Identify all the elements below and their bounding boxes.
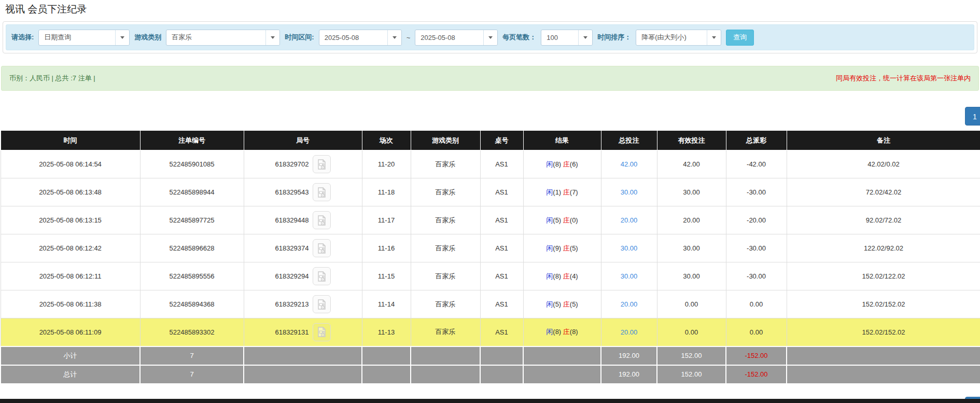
cell-table-no: AS1	[480, 262, 523, 290]
cell-round-no: 618329294	[275, 272, 309, 280]
cell-time: 2025-05-08 06:14:54	[1, 150, 140, 178]
cell-table-no: AS1	[480, 318, 523, 346]
cell-game: 百家乐	[411, 206, 480, 234]
total-bet-link[interactable]: 30.00	[621, 272, 638, 280]
bet-records-table: 时间 注单编号 局号 场次 游戏类别 桌号 结果 总投注 有效投注 总派彩 备注…	[0, 130, 980, 384]
result-player-value: (9)	[553, 244, 561, 252]
cell-payout: -20.00	[726, 206, 787, 234]
col-header-valid-bet: 有效投注	[657, 131, 726, 150]
result-banker-value: (4)	[570, 272, 578, 280]
page-size-select[interactable]: 100	[541, 30, 593, 46]
cell-time: 2025-05-08 06:13:48	[1, 178, 140, 206]
date-to-select[interactable]: 2025-05-08	[415, 30, 498, 46]
cell-session: 11-16	[362, 234, 411, 262]
video-file-icon	[316, 299, 327, 310]
result-banker-value: (8)	[570, 328, 578, 336]
result-player-label: 闲	[546, 272, 553, 280]
col-header-session: 场次	[362, 131, 411, 150]
video-file-icon	[316, 326, 327, 338]
result-player-label: 闲	[546, 300, 553, 308]
col-header-table-no: 桌号	[480, 131, 523, 150]
video-record-button[interactable]	[313, 211, 331, 229]
cell-session: 11-15	[362, 262, 411, 290]
game-category-select[interactable]: 百家乐	[166, 30, 280, 46]
result-banker-value: (7)	[570, 188, 578, 196]
total-bet-link[interactable]: 20.00	[621, 300, 638, 308]
cell-session: 11-13	[362, 318, 411, 346]
total-bet-link[interactable]: 20.00	[621, 216, 638, 224]
cell-bet-no: 522485895556	[140, 262, 244, 290]
result-banker-value: (5)	[570, 300, 578, 308]
result-banker-label: 庄	[563, 188, 570, 196]
query-type-select[interactable]: 日期查询	[38, 30, 130, 46]
chevron-down-icon	[707, 30, 721, 45]
total-bet-link[interactable]: 30.00	[621, 244, 638, 252]
video-file-icon	[316, 215, 327, 226]
time-sort-value: 降幂(由大到小)	[636, 30, 707, 45]
filter-bar: 请选择: 日期查询 游戏类别 百家乐 时间区间: 2025-05-08 ~ 20…	[6, 24, 974, 50]
result-banker-value: (6)	[570, 160, 578, 168]
cell-session: 11-20	[362, 150, 411, 178]
subtotal-count: 7	[140, 346, 244, 365]
cell-bet-no: 522485901085	[140, 150, 244, 178]
time-sort-select[interactable]: 降幂(由大到小)	[636, 30, 721, 46]
cell-time: 2025-05-08 06:13:15	[1, 206, 140, 234]
cell-game: 百家乐	[411, 318, 480, 346]
table-row: 2025-05-08 06:12:11 522485895556 6183292…	[1, 262, 980, 290]
cell-time: 2025-05-08 06:12:42	[1, 234, 140, 262]
cell-session: 11-18	[362, 178, 411, 206]
date-from-select[interactable]: 2025-05-08	[319, 30, 402, 46]
cell-game: 百家乐	[411, 234, 480, 262]
col-header-bet-no: 注单编号	[140, 131, 244, 150]
subtotal-total-bet: 192.00	[601, 346, 657, 365]
cell-remark: 152.02/152.02	[787, 290, 980, 318]
cell-round-no: 618329213	[275, 300, 309, 308]
subtotal-payout: -152.00	[726, 346, 787, 365]
video-record-button[interactable]	[313, 155, 331, 173]
result-player-label: 闲	[546, 188, 553, 196]
bottom-black-bar	[0, 399, 980, 403]
cell-result: 闲(8) 庄(4)	[523, 262, 601, 290]
table-row: 2025-05-08 06:12:42 522485896628 6183293…	[1, 234, 980, 262]
cell-round-no: 618329448	[275, 216, 309, 224]
cell-bet-no: 522485894368	[140, 290, 244, 318]
result-player-value: (5)	[553, 300, 561, 308]
cell-payout: -30.00	[726, 234, 787, 262]
result-player-label: 闲	[546, 160, 553, 168]
valid-bet-notice-text: 同局有效投注，统一计算在该局第一张注单内	[836, 74, 971, 83]
video-record-button[interactable]	[313, 295, 331, 313]
total-payout: -152.00	[726, 365, 787, 384]
cell-bet-no: 522485896628	[140, 234, 244, 262]
cell-payout: -30.00	[726, 178, 787, 206]
cell-result: 闲(8) 庄(8)	[523, 318, 601, 346]
time-sort-label: 时间排序：	[597, 33, 631, 42]
total-bet-link[interactable]: 30.00	[621, 188, 638, 196]
video-record-button[interactable]	[313, 267, 331, 285]
chevron-down-icon	[265, 30, 279, 45]
total-total-bet: 192.00	[601, 365, 657, 384]
result-player-value: (8)	[553, 272, 561, 280]
subtotal-valid-bet: 152.00	[657, 346, 726, 365]
cell-valid-bet: 0.00	[657, 318, 726, 346]
subtotal-label: 小计	[1, 346, 140, 365]
result-player-label: 闲	[546, 328, 553, 336]
video-record-button[interactable]	[313, 239, 331, 257]
cell-round-no: 618329374	[275, 244, 309, 252]
table-header: 时间 注单编号 局号 场次 游戏类别 桌号 结果 总投注 有效投注 总派彩 备注	[1, 131, 980, 150]
total-bet-link[interactable]: 20.00	[621, 328, 638, 336]
cell-valid-bet: 30.00	[657, 262, 726, 290]
video-file-icon	[316, 187, 327, 198]
cell-payout: 0.00	[726, 318, 787, 346]
game-category-value: 百家乐	[166, 30, 265, 45]
result-banker-label: 庄	[563, 300, 570, 308]
video-record-button[interactable]	[313, 183, 331, 201]
cell-game: 百家乐	[411, 262, 480, 290]
result-banker-label: 庄	[563, 216, 570, 224]
total-label: 总计	[1, 365, 140, 384]
video-record-button[interactable]	[313, 323, 331, 341]
query-type-value: 日期查询	[39, 30, 115, 45]
date-to-value: 2025-05-08	[415, 30, 483, 45]
search-button[interactable]: 查询	[726, 30, 754, 46]
total-bet-link[interactable]: 42.00	[621, 160, 638, 168]
page-1-button[interactable]: 1	[965, 107, 980, 126]
